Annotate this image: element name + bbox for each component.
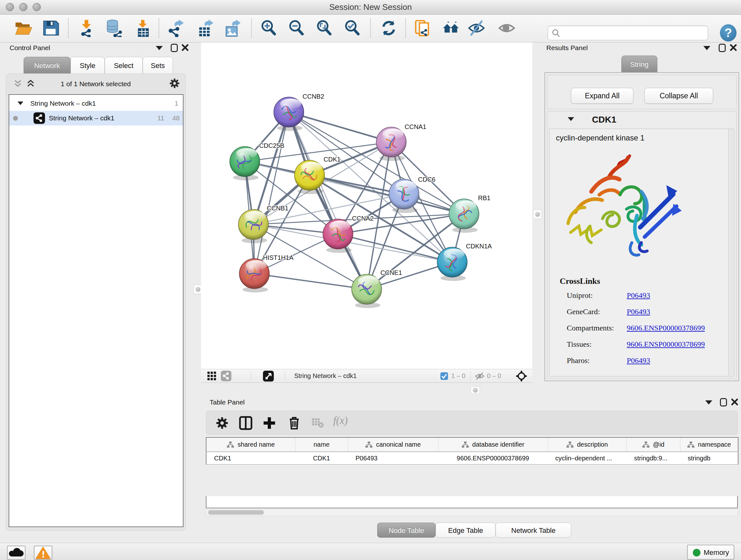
export-table-icon[interactable] — [196, 19, 214, 37]
tab-style[interactable]: Style — [71, 57, 105, 74]
cell-canonical-name[interactable]: P06493 — [348, 452, 438, 464]
scrollbar-thumb[interactable] — [208, 510, 264, 515]
protein-description: cyclin-dependent kinase 1 — [556, 133, 645, 142]
crosslink-tissues-link[interactable]: 9606.ENSP00000378699 — [627, 340, 705, 349]
collection-count: 1 — [175, 100, 179, 107]
float-panel-icon[interactable] — [719, 44, 726, 52]
network-list: String Network – cdk1 1 String Network –… — [9, 94, 184, 527]
network-collection-row[interactable]: String Network – cdk1 1 — [9, 96, 183, 111]
network-view-icon[interactable] — [221, 371, 231, 381]
crosslink-compartments-link[interactable]: 9606.ENSP00000378699 — [627, 324, 705, 332]
crosslink-genecard-link[interactable]: P06493 — [627, 307, 650, 316]
network-node-CDKN1A[interactable] — [437, 247, 467, 281]
cell-database-identifier[interactable]: 9606.ENSP00000378699 — [438, 452, 548, 464]
column-header[interactable]: shared name — [206, 437, 295, 452]
network-from-clipboard-icon[interactable] — [414, 19, 432, 37]
protein-expander-icon[interactable] — [568, 117, 574, 121]
expand-all-button[interactable]: Expand All — [571, 88, 633, 104]
network-node-CCNE1[interactable] — [352, 274, 382, 308]
memory-button[interactable]: Memory — [687, 545, 734, 560]
column-header[interactable]: description — [548, 437, 626, 452]
apply-layout-icon[interactable] — [380, 19, 398, 37]
table-row[interactable]: CDK1 CDK1 P06493 9606.ENSP00000378699 cy… — [206, 452, 738, 464]
right-splitter-handle[interactable] — [533, 209, 542, 219]
cell-shared-name[interactable]: CDK1 — [206, 452, 295, 464]
network-edge[interactable] — [254, 273, 367, 289]
panel-menu-icon[interactable] — [703, 46, 711, 50]
collection-expander-icon[interactable] — [17, 102, 23, 105]
help-button[interactable]: ? — [720, 24, 737, 42]
panel-menu-icon[interactable] — [156, 46, 163, 50]
open-session-icon[interactable] — [14, 19, 32, 37]
save-session-icon[interactable] — [42, 19, 60, 37]
table-horizontal-scrollbar[interactable] — [206, 509, 738, 516]
search-input[interactable] — [563, 27, 705, 39]
network-canvas[interactable]: CCNB2CCNA1CDC25BCDK1CDC6RB1CCNB1CCNA2CDK… — [201, 42, 532, 369]
import-table-icon[interactable] — [134, 19, 152, 37]
delete-column-icon[interactable] — [287, 416, 301, 430]
column-header[interactable]: database identifier — [438, 437, 548, 452]
column-header[interactable]: namespace — [680, 437, 738, 452]
show-columns-icon[interactable] — [239, 416, 253, 430]
tab-node-table[interactable]: Node Table — [377, 523, 435, 538]
cell-namespace[interactable]: stringdb — [680, 452, 738, 464]
panel-menu-icon[interactable] — [705, 400, 712, 405]
show-all-icon[interactable] — [498, 19, 516, 37]
crosslink-pharos-link[interactable]: P06493 — [627, 356, 650, 365]
network-node-RB1[interactable] — [449, 199, 479, 233]
tab-network-table[interactable]: Network Table — [495, 523, 571, 538]
column-header[interactable]: name — [295, 437, 348, 452]
cell-description[interactable]: cyclin–dependent ... — [548, 452, 626, 464]
import-network-icon[interactable] — [78, 19, 96, 37]
network-edge[interactable] — [254, 112, 289, 273]
hide-selected-icon[interactable] — [468, 19, 485, 37]
network-node-HIST1H1A[interactable] — [239, 259, 269, 293]
network-node-CDC25B[interactable] — [230, 146, 260, 180]
zoom-selected-icon[interactable] — [343, 19, 361, 37]
cell-id[interactable]: stringdb:9... — [626, 452, 680, 464]
import-network-from-database-icon[interactable] — [105, 19, 123, 37]
tab-select[interactable]: Select — [105, 57, 143, 74]
warnings-button[interactable] — [34, 546, 52, 560]
add-column-icon[interactable] — [262, 416, 276, 430]
column-header[interactable]: canonical name — [348, 437, 438, 452]
network-node-CCNB1[interactable] — [239, 209, 268, 243]
first-neighbors-icon[interactable] — [442, 19, 460, 37]
table-settings-gear-icon[interactable] — [215, 416, 229, 430]
close-panel-icon[interactable] — [730, 44, 737, 51]
node-label-CCNA1: CCNA1 — [405, 123, 426, 130]
column-header[interactable]: @id — [626, 437, 680, 452]
crosslink-label: Tissues: — [567, 340, 592, 349]
network-row-selected[interactable]: String Network – cdk1 11 48 — [9, 111, 183, 125]
tab-sets[interactable]: Sets — [143, 57, 173, 74]
float-panel-icon[interactable] — [171, 44, 178, 52]
options-gear-icon[interactable] — [169, 78, 180, 90]
collapse-all-button[interactable]: Collapse All — [644, 88, 713, 104]
network-edge[interactable] — [289, 112, 391, 142]
zoom-in-icon[interactable] — [260, 19, 278, 37]
network-node-CCNB2[interactable] — [274, 97, 304, 131]
tab-edge-table[interactable]: Edge Table — [435, 523, 495, 538]
tab-string[interactable]: String — [621, 56, 657, 73]
cell-name[interactable]: CDK1 — [295, 452, 348, 464]
grid-view-icon[interactable] — [207, 372, 216, 382]
export-image-icon[interactable] — [223, 19, 241, 37]
crosslink-uniprot-link[interactable]: P06493 — [627, 291, 650, 300]
zoom-fit-icon[interactable] — [315, 19, 333, 37]
selected-checkbox-icon[interactable] — [441, 372, 448, 380]
protein-section: CDK1 cyclin-dependent kinase 1 — [547, 111, 737, 379]
close-panel-icon[interactable] — [181, 44, 189, 51]
cloud-button[interactable] — [7, 546, 25, 560]
tab-network[interactable]: Network — [23, 57, 71, 74]
close-panel-icon[interactable] — [731, 398, 738, 406]
network-edge[interactable] — [289, 112, 367, 289]
bottom-splitter-handle[interactable] — [470, 386, 480, 394]
network-node-CCNA1[interactable] — [376, 127, 406, 161]
zoom-out-icon[interactable] — [287, 19, 306, 37]
float-panel-icon[interactable] — [720, 398, 727, 407]
export-network-icon[interactable] — [166, 19, 184, 37]
birdseye-view-icon[interactable] — [263, 371, 274, 381]
results-scrollbar[interactable] — [728, 129, 734, 375]
table-panel-title: Table Panel — [210, 398, 245, 406]
node-selection-mode-icon[interactable] — [516, 370, 527, 383]
